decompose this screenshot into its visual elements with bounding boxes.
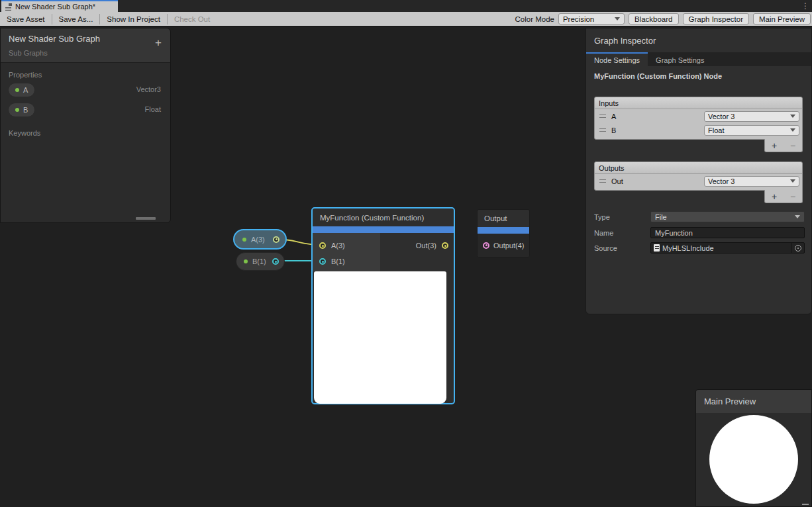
precision-color-bar (313, 226, 454, 233)
outputs-list-header: Outputs (595, 162, 802, 174)
property-node-a[interactable]: A(3) (233, 229, 287, 250)
input-a-type-dropdown[interactable]: Vector 3 (704, 111, 799, 122)
output-node[interactable]: Output Output(4) (477, 209, 530, 257)
node-port-area: Output(4) (478, 234, 529, 257)
inputs-row-b[interactable]: B Float (595, 123, 802, 137)
input-port-b[interactable] (319, 258, 326, 265)
main-preview-resize-handle[interactable] (802, 504, 809, 505)
output-port-label: Out(3) (416, 242, 436, 250)
blackboard-property-a[interactable]: A (8, 83, 35, 97)
tab-graph-settings[interactable]: Graph Settings (648, 52, 712, 66)
node-title: MyFunction (Custom Function) (313, 208, 454, 226)
input-port-a[interactable] (319, 242, 326, 249)
main-preview-viewport[interactable] (696, 413, 811, 506)
property-b-output-port[interactable] (272, 258, 279, 265)
outputs-list: Outputs Out Vector 3 (594, 161, 803, 191)
input-name: B (611, 126, 704, 134)
node-port-area: A(3) B(1) Out(3) (313, 233, 454, 271)
main-preview-panel: Main Preview (695, 389, 812, 507)
add-property-button[interactable]: + (155, 37, 162, 48)
main-preview-toggle-button[interactable]: Main Preview (753, 13, 811, 24)
inputs-list: Inputs A Vector 3 B Float (594, 97, 803, 140)
blackboard-toggle-button[interactable]: Blackboard (629, 13, 679, 24)
input-name: A (611, 113, 704, 120)
name-label: Name (594, 229, 650, 237)
blackboard-property-name: A (23, 86, 28, 94)
input-port-row-a: A(3) (319, 239, 345, 252)
object-picker-icon (795, 245, 801, 252)
drag-handle-icon[interactable] (599, 115, 606, 118)
blackboard-property-type: Float (145, 105, 161, 113)
chevron-down-icon (790, 115, 795, 118)
inputs-list-header: Inputs (595, 97, 802, 109)
graph-inspector-toggle-button[interactable]: Graph Inspector (683, 13, 749, 24)
shader-graph-window: New Shader Sub Graph* ⋮ Save Asset Save … (0, 0, 812, 507)
blackboard-property-row: B Float (1, 101, 170, 121)
node-settings-heading: MyFunction (Custom Function) Node (594, 72, 722, 80)
graph-inspector-panel: Graph Inspector Node Settings Graph Sett… (585, 28, 812, 314)
property-node-label: A(3) (251, 236, 268, 244)
blackboard-resize-handle[interactable] (136, 217, 156, 220)
save-as-button[interactable]: Save As... (52, 12, 100, 26)
input-b-type-value: Float (708, 126, 724, 134)
node-title: Output (478, 210, 529, 227)
color-mode-value: Precision (563, 15, 594, 23)
property-dot-icon (244, 259, 248, 263)
output-port-row: Out(3) (416, 239, 448, 252)
output-type-dropdown[interactable]: Vector 3 (704, 176, 799, 187)
show-in-project-button[interactable]: Show In Project (100, 12, 167, 26)
drag-handle-icon[interactable] (599, 179, 606, 183)
name-input[interactable]: MyFunction (650, 227, 805, 238)
properties-section-label: Properties (9, 71, 170, 79)
hlsl-file-icon (654, 244, 660, 252)
sub-graph-asset-icon (5, 3, 13, 11)
overflow-menu-icon[interactable]: ⋮ (801, 1, 809, 11)
document-tab-strip: New Shader Sub Graph* ⋮ (0, 0, 812, 12)
input-b-type-dropdown[interactable]: Float (704, 125, 799, 136)
check-out-button: Check Out (168, 12, 217, 26)
blackboard-panel: New Shader Sub Graph Sub Graphs + Proper… (0, 28, 171, 223)
input-port-a-label: A(3) (331, 242, 345, 250)
save-asset-button[interactable]: Save Asset (0, 12, 52, 26)
add-output-button[interactable]: + (772, 192, 777, 201)
inputs-row-a[interactable]: A Vector 3 (595, 109, 802, 123)
graph-inspector-tab-bar: Node Settings Graph Settings (586, 52, 811, 66)
type-field-row: Type File (594, 211, 805, 222)
main-preview-title: Main Preview (696, 390, 811, 413)
blackboard-header: New Shader Sub Graph Sub Graphs + (1, 28, 170, 63)
chevron-down-icon (790, 179, 795, 183)
source-label: Source (594, 244, 650, 252)
blackboard-property-name: B (23, 106, 28, 114)
property-dot-icon (242, 238, 246, 242)
preview-sphere (709, 415, 798, 504)
color-mode-dropdown[interactable]: Precision (558, 13, 625, 24)
tab-node-settings[interactable]: Node Settings (586, 52, 648, 66)
chevron-down-icon (615, 17, 620, 21)
node-preview-surface (314, 271, 446, 404)
output-port-out[interactable] (442, 242, 448, 249)
drag-handle-icon[interactable] (599, 128, 606, 132)
remove-input-button[interactable]: − (790, 141, 795, 150)
remove-output-button[interactable]: − (790, 192, 795, 201)
outputs-row-out[interactable]: Out Vector 3 (595, 174, 802, 188)
document-tab[interactable]: New Shader Sub Graph* (1, 0, 118, 12)
object-picker-button[interactable] (791, 242, 804, 254)
custom-function-node[interactable]: MyFunction (Custom Function) A(3) B(1) O… (311, 207, 455, 404)
output-name: Out (611, 177, 704, 185)
inputs-list-footer: + − (764, 139, 803, 152)
output-type-value: Vector 3 (708, 177, 735, 185)
add-input-button[interactable]: + (772, 141, 777, 150)
property-node-b[interactable]: B(1) (236, 252, 285, 271)
blackboard-property-b[interactable]: B (8, 103, 35, 117)
input-a-type-value: Vector 3 (708, 113, 735, 120)
output-node-input-port[interactable] (483, 242, 489, 249)
blackboard-subtitle: Sub Graphs (9, 49, 48, 57)
document-tab-title: New Shader Sub Graph* (15, 3, 95, 11)
source-object-field[interactable]: MyHLSLInclude (650, 242, 805, 254)
graph-inspector-title: Graph Inspector (586, 28, 811, 52)
type-dropdown[interactable]: File (650, 211, 805, 222)
property-a-output-port[interactable] (273, 236, 279, 243)
color-mode-label: Color Mode (515, 15, 554, 23)
precision-color-bar (478, 227, 529, 234)
chevron-down-icon (790, 128, 795, 132)
